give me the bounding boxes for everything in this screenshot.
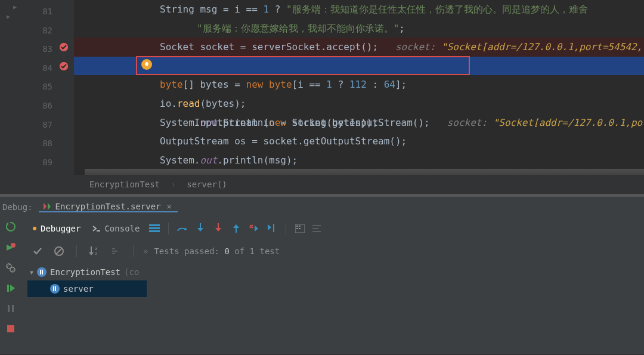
code-text: .println(msg); (217, 155, 298, 166)
test-tree[interactable]: ▼ EncryptionTest (co server (21, 263, 147, 297)
line-number: 89 (21, 153, 52, 172)
code-text: [i == (292, 79, 327, 90)
threads-view-button[interactable] (147, 221, 162, 236)
svg-rect-6 (8, 305, 10, 312)
debugger-tab-label: Debugger (41, 224, 80, 233)
fold-arrow-icon[interactable]: ▶ (7, 13, 10, 20)
code-string: "服务端：我知道你是任性太任性，伤透了我的心。同是追梦的人，难舍 (286, 4, 588, 15)
pause-button (3, 301, 18, 316)
tree-root-row[interactable]: ▼ EncryptionTest (co (27, 264, 147, 280)
debug-panel-body: Debugger Console az » (0, 217, 644, 354)
code-text: InputStream io = socket.getInputStream()… (194, 117, 447, 128)
line-number: 85 (21, 78, 52, 97)
svg-point-2 (11, 243, 16, 248)
stop-and-rerun-button[interactable] (3, 240, 18, 255)
code-text: (bytes); (200, 98, 246, 109)
svg-rect-23 (312, 225, 321, 226)
breakpoint-gutter[interactable] (57, 0, 74, 175)
debug-config-tab[interactable]: EncryptionTest.server × (39, 202, 178, 212)
tests-total: 1 test (250, 246, 280, 256)
tests-prefix: Tests passed: (154, 246, 224, 256)
svg-rect-7 (12, 305, 14, 312)
tests-status-bar: az » Tests passed: 0 of 1 test (21, 240, 644, 263)
separator (168, 223, 169, 234)
breakpoint-icon[interactable] (60, 43, 68, 51)
debug-config-label: EncryptionTest.server (55, 202, 161, 211)
code-text: Socket socket = serverSocket.accept(); (160, 41, 395, 53)
separator (286, 223, 286, 234)
code-keyword: new byte (246, 79, 292, 90)
toggle-breakpoints-button[interactable] (3, 260, 18, 276)
code-string: "服务端：你愿意嫁给我，我却不能向你承诺。" (197, 23, 399, 34)
force-step-into-button[interactable] (210, 221, 226, 236)
tree-root-label: EncryptionTest (50, 267, 120, 277)
tests-mid: of (230, 246, 250, 256)
debugger-tab[interactable]: Debugger (27, 221, 85, 236)
svg-line-27 (56, 248, 62, 254)
evaluate-expression-button[interactable] (292, 221, 308, 236)
code-line[interactable]: Socket socket = serverSocket.accept(); s… (74, 38, 644, 57)
expand-icon[interactable]: ▼ (30, 269, 33, 276)
sort-button[interactable]: az (86, 243, 102, 259)
breadcrumb-separator-icon: › (171, 180, 175, 189)
svg-point-9 (33, 227, 36, 230)
fold-gutter: ▶ ▶ (0, 0, 21, 175)
show-ignored-button[interactable] (51, 243, 67, 259)
code-text: ? (332, 79, 349, 90)
intention-bulb-icon[interactable] (141, 59, 152, 70)
svg-rect-24 (312, 228, 318, 229)
resume-button[interactable] (3, 280, 18, 296)
fold-arrow-icon[interactable]: ▶ (13, 4, 17, 10)
step-into-button[interactable] (193, 221, 208, 236)
line-number: 83 (21, 40, 52, 59)
breadcrumb-class[interactable]: EncryptionTest (89, 180, 160, 189)
running-icon (37, 267, 47, 277)
tree-child-row[interactable]: server (27, 280, 147, 297)
code-text: ? (269, 4, 286, 15)
svg-text:z: z (95, 251, 97, 256)
code-number: 64 (384, 79, 395, 90)
line-number: 82 (21, 21, 52, 41)
rerun-button[interactable] (3, 220, 18, 235)
svg-rect-25 (312, 231, 321, 232)
code-number: 1 (326, 79, 332, 90)
tree-child-label: server (63, 284, 94, 294)
running-icon (50, 284, 60, 294)
show-passed-button[interactable] (30, 243, 45, 259)
code-content[interactable]: String msg = i == 1 ? "服务端：我知道你是任性太任性，伤透… (74, 0, 644, 175)
drop-frame-button[interactable] (246, 221, 262, 236)
code-editor[interactable]: ▶ ▶ 81 82 83 84 85 86 87 88 89 String ms… (0, 0, 644, 175)
breadcrumb[interactable]: EncryptionTest › server() (0, 175, 644, 194)
code-line[interactable]: "服务端：你愿意嫁给我，我却不能向你承诺。"; (74, 19, 644, 38)
svg-rect-21 (296, 228, 298, 229)
svg-rect-22 (299, 228, 301, 229)
expand-all-button[interactable] (108, 243, 123, 259)
step-over-button[interactable] (175, 221, 190, 236)
line-number: 84 (21, 59, 52, 78)
svg-rect-5 (7, 285, 9, 292)
trace-button[interactable] (310, 221, 326, 236)
tests-passed-count: 0 (224, 246, 229, 256)
step-out-button[interactable] (228, 221, 244, 236)
code-line[interactable]: String msg = i == 1 ? "服务端：我知道你是任性太任性，伤透… (74, 0, 644, 19)
separator (76, 245, 77, 257)
debug-panel-header: Debug: EncryptionTest.server × (0, 197, 644, 217)
breakpoint-icon[interactable] (60, 62, 68, 70)
svg-rect-10 (97, 230, 100, 231)
svg-rect-8 (7, 325, 14, 332)
line-number: 88 (21, 134, 52, 153)
console-tab[interactable]: Console (88, 221, 144, 236)
debug-toolbar: Debugger Console (21, 217, 644, 240)
code-line-current[interactable]: InputStream io = socket.getInputStream()… (74, 57, 644, 76)
marker-icon (32, 226, 37, 231)
stop-button[interactable] (3, 321, 18, 337)
code-text: System. (160, 155, 200, 166)
code-field: out (200, 155, 217, 166)
close-tab-icon[interactable]: × (165, 202, 174, 211)
separator (133, 245, 134, 257)
code-line[interactable]: System.out.println(msg); (74, 151, 644, 170)
debug-panel-label: Debug: (0, 202, 39, 212)
svg-rect-17 (273, 224, 274, 232)
run-to-cursor-button[interactable] (264, 221, 280, 236)
breadcrumb-method[interactable]: server() (187, 180, 227, 189)
